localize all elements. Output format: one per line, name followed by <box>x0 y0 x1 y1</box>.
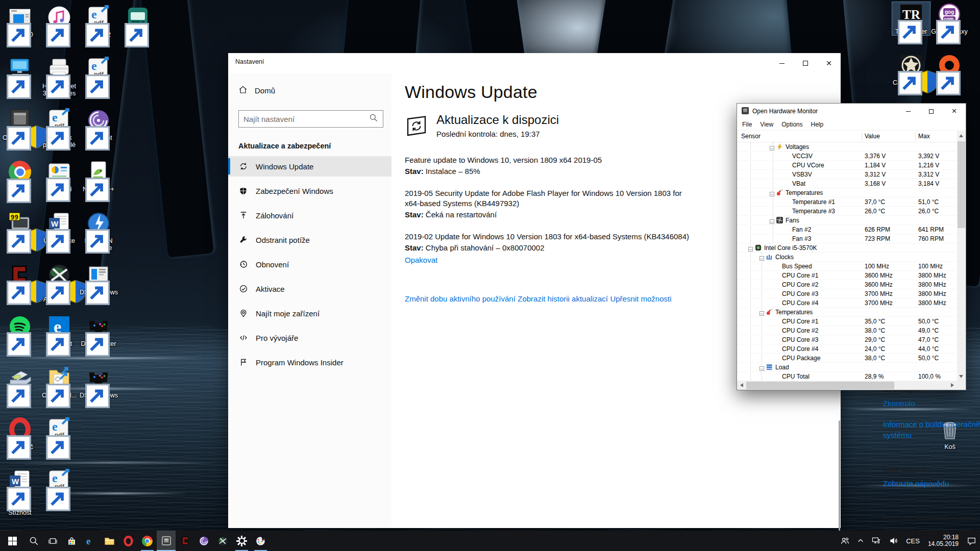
sidebar-item-zabezpe-en-windows[interactable]: Zabezpečení Windows <box>228 181 391 201</box>
sensor-row-fans[interactable]: –Fans <box>737 216 957 225</box>
ohm-table-header[interactable]: Sensor Value Max <box>737 131 957 142</box>
change-active-hours-link[interactable]: Změnit dobu aktivního používání <box>405 294 516 303</box>
taskbar-opera-icon[interactable] <box>119 531 138 551</box>
sensor-row-cpu-core-2[interactable]: CPU Core #238,0 °C49,0 °C <box>737 326 957 335</box>
taskbar-paint-icon[interactable] <box>251 531 270 551</box>
taskbar-settings-icon[interactable] <box>232 531 251 551</box>
sensor-row-fan-3[interactable]: Fan #3723 RPM760 RPM <box>737 234 957 243</box>
close-button[interactable]: × <box>817 53 841 73</box>
sensor-row-vcc3v[interactable]: VCC3V3,376 V3,392 V <box>737 152 957 161</box>
desktop-icon-spotify[interactable]: Spotify <box>1 314 39 347</box>
taskbar-task-view-icon[interactable] <box>43 531 62 551</box>
desktop-icon-openhard-[interactable]: OpenHard... <box>40 366 78 399</box>
sensor-row-cpu-core-2[interactable]: CPU Core #23600 MHz3800 MHz <box>737 280 957 289</box>
desktop-icon-msi-afterburner[interactable]: MSI Afterburner <box>40 263 78 303</box>
tree-collapse-icon[interactable]: – <box>770 146 774 151</box>
desktop-icon-daemon-tools-lite[interactable]: DAEMON Tools Lite <box>80 211 117 252</box>
desktop-icon-spmn140[interactable]: spmn140 <box>1 5 39 38</box>
tree-collapse-icon[interactable]: – <box>748 247 753 252</box>
taskbar-store-icon[interactable] <box>62 531 81 551</box>
tray-expand-chevron-icon[interactable] <box>853 531 868 551</box>
scrollbar-thumb[interactable] <box>958 141 965 228</box>
sensor-row-vbat[interactable]: VBat3,168 V3,184 V <box>737 179 957 188</box>
sensor-row-bus-speed[interactable]: Bus Speed100 MHz100 MHz <box>737 262 957 271</box>
sensor-row-cpu-core-1[interactable]: CPU Core #135,0 °C50,0 °C <box>737 317 957 326</box>
tree-collapse-icon[interactable]: – <box>760 256 764 261</box>
sidebar-item-home[interactable]: Domů <box>228 81 391 100</box>
tree-collapse-icon[interactable]: – <box>760 311 764 316</box>
desktop-icon-gpu-z[interactable]: GPU-Z <box>119 5 157 38</box>
ohm-vertical-scrollbar[interactable] <box>957 131 966 381</box>
sensor-row-cpu-core-3[interactable]: CPU Core #33700 MHz3800 MHz <box>737 289 957 298</box>
taskbar-chrome-icon[interactable] <box>138 531 157 551</box>
desktop-icon-occt[interactable]: OCCT <box>1 263 39 296</box>
sidebar-item-windows-update[interactable]: Windows Update <box>228 156 391 177</box>
desktop-icon-gog-galaxy[interactable]: gogcomGOG Galaxy <box>930 2 968 35</box>
ohm-titlebar[interactable]: Open Hardware Monitor × <box>737 104 966 119</box>
scroll-left-arrow[interactable] <box>740 383 743 387</box>
desktop-icon-ds4updater[interactable]: DS4Updater <box>80 314 117 347</box>
settings-side-link[interactable]: Informace o buildu operačního systému <box>883 419 980 440</box>
people-icon[interactable] <box>837 531 853 551</box>
desktop-icon-rudolf-uv-ra[interactable]: epdfRudolf UVÍRA <box>40 417 78 458</box>
retry-link[interactable]: Opakovat <box>405 255 437 265</box>
desktop-icon-tombraider[interactable]: TRTombraider <box>892 2 930 35</box>
settings-search-box[interactable] <box>238 110 383 128</box>
language-indicator[interactable]: CES <box>902 531 923 551</box>
sidebar-item-obnoven-[interactable]: Obnovení <box>228 254 391 274</box>
desktop-icon-ossz-opava-st-nost[interactable]: WOSSZ Opava - Stížnost <box>1 469 39 516</box>
sidebar-item-z-lohov-n-[interactable]: Zálohování <box>228 205 391 226</box>
menu-help[interactable]: Help <box>807 121 828 128</box>
desktop-icon-milan-nikolau[interactable]: epdfMilan Nikolau <box>80 57 117 97</box>
scroll-down-arrow[interactable] <box>959 375 963 378</box>
sensor-row-cpu-vcore[interactable]: CPU VCore1,184 V1,216 V <box>737 161 957 170</box>
desktop-icon-nikolau[interactable]: epdfNikolau <box>40 469 78 502</box>
ohm-horizontal-scrollbar[interactable] <box>737 381 957 390</box>
sensor-row-cpu-core-3[interactable]: CPU Core #329,0 °C47,0 °C <box>737 335 957 344</box>
sensor-row-temperatures[interactable]: –Temperatures <box>737 188 957 197</box>
sensor-row-cpu-package[interactable]: CPU Package38,0 °C50,0 °C <box>737 354 957 363</box>
sensor-row-cpu-total[interactable]: CPU Total28,9 %100,0 % <box>737 372 957 381</box>
taskbar-occt-icon[interactable] <box>176 531 194 551</box>
sensor-row-clocks[interactable]: –Clocks <box>737 253 957 262</box>
sensor-row-cpu-core-4[interactable]: CPU Core #424,0 °C44,0 °C <box>737 344 957 354</box>
search-icon[interactable] <box>369 113 378 124</box>
ohm-maximize-button[interactable] <box>920 104 943 119</box>
minimize-button[interactable] <box>770 53 794 73</box>
sensor-row-cpu-core-4[interactable]: CPU Core #43700 MHz3800 MHz <box>737 298 957 308</box>
desktop-icon-epson-scan[interactable]: EPSON Scan <box>1 366 39 406</box>
search-input[interactable] <box>243 115 369 123</box>
scroll-right-arrow[interactable] <box>951 383 954 387</box>
ohm-minimize-button[interactable] <box>897 104 920 119</box>
ohm-close-button[interactable]: × <box>943 104 966 119</box>
desktop-icon-notepad-[interactable]: Notepad++ <box>80 160 117 193</box>
menu-options[interactable]: Options <box>777 121 806 128</box>
taskbar-microsoft-edge-icon[interactable]: e <box>81 531 100 551</box>
desktop-icon-dotazn-k-podnikatel-[interactable]: epdfDotazník podnikatelé <box>40 108 78 148</box>
desktop-icon-ds4windows[interactable]: DS4Windows <box>80 366 117 399</box>
volume-icon[interactable] <box>885 531 902 551</box>
settings-titlebar[interactable]: Nastavení × <box>228 53 841 73</box>
menu-view[interactable]: View <box>756 121 777 128</box>
tree-collapse-icon[interactable]: – <box>770 219 774 224</box>
menu-file[interactable]: File <box>738 121 756 128</box>
taskbar-open-hardware-monitor-icon[interactable] <box>157 531 176 551</box>
maximize-button[interactable] <box>794 53 817 73</box>
desktop-icon-ovl-dac-panely[interactable]: Ovládací panely <box>40 160 78 200</box>
desktop-icon-google-chrome[interactable]: Google Chrome <box>1 160 39 201</box>
taskbar-msi-afterburner-icon[interactable] <box>213 531 232 551</box>
sensor-row-cpu-core-1[interactable]: CPU Core #13600 MHz3800 MHz <box>737 271 957 280</box>
tree-collapse-icon[interactable]: – <box>760 366 764 371</box>
taskbar-start-button[interactable] <box>0 531 24 551</box>
scroll-up-arrow[interactable] <box>959 134 963 137</box>
taskbar-file-explorer-icon[interactable] <box>100 531 119 551</box>
sidebar-item-odstranit-pot-e[interactable]: Odstranit potíže <box>228 230 391 250</box>
desktop-icon-nikolau2[interactable]: epdfNikolau2 <box>80 5 117 38</box>
desktop-icon--ad-pr-ce-r[interactable]: WÚřad práce ČR <box>40 211 78 252</box>
scrollbar-thumb[interactable] <box>746 382 894 389</box>
sensor-row-load[interactable]: –Load <box>737 363 957 372</box>
network-icon[interactable] <box>868 531 885 551</box>
desktop-icon-hp-deskjet-3700-series[interactable]: HP DeskJet 3700 series <box>40 57 78 97</box>
sidebar-item-naj-t-moje-za-zen-[interactable]: Najít moje zařízení <box>228 303 391 323</box>
settings-side-link[interactable]: Zobrazte nápovědu <box>883 479 949 489</box>
